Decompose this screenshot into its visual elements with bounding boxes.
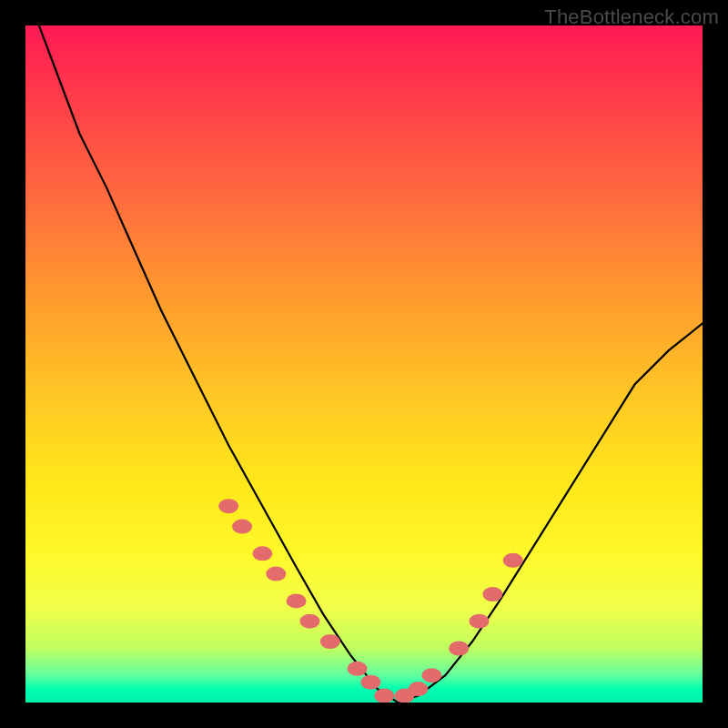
- marker-dot: [470, 614, 490, 629]
- bottleneck-curve: [25, 25, 703, 703]
- marker-dot: [266, 567, 286, 581]
- curve-svg: [25, 25, 703, 703]
- marker-dot: [348, 662, 368, 676]
- marker-dot: [503, 553, 523, 568]
- marker-dot: [218, 499, 238, 513]
- marker-dot: [409, 682, 429, 696]
- watermark-text: TheBottleneck.com: [544, 5, 719, 29]
- marker-dot: [395, 689, 415, 703]
- plot-area: [25, 25, 703, 703]
- outer-frame: TheBottleneck.com: [0, 0, 728, 728]
- marker-dot: [374, 689, 394, 703]
- marker-group: [218, 499, 523, 703]
- marker-dot: [300, 614, 320, 629]
- marker-dot: [287, 593, 307, 608]
- marker-dot: [449, 642, 469, 656]
- marker-dot: [360, 675, 380, 690]
- marker-dot: [252, 546, 272, 561]
- marker-dot: [320, 634, 340, 649]
- marker-dot: [421, 668, 441, 682]
- marker-dot: [232, 520, 252, 534]
- marker-dot: [482, 587, 502, 602]
